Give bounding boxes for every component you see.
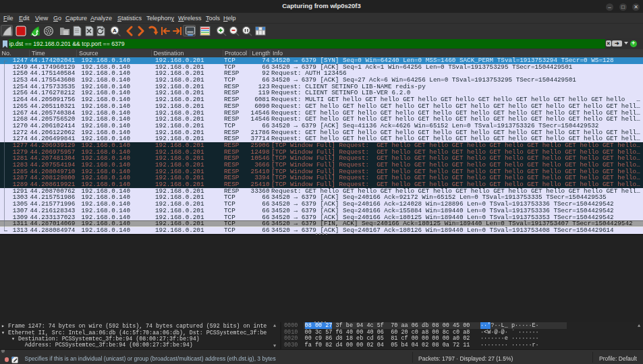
svg-text:A: A (113, 28, 117, 34)
